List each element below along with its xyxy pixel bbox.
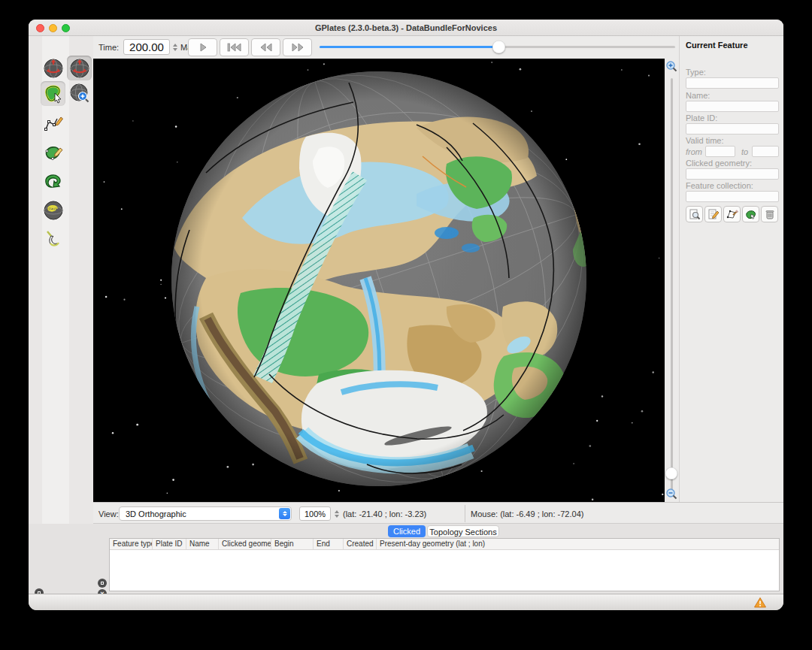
mouse-coordinates: Mouse: (lat: -6.49 ; lon: -72.04) bbox=[471, 509, 583, 518]
type-label: Type: bbox=[686, 68, 706, 77]
current-feature-panel: Current Feature Type: Name: Plate ID: Va… bbox=[679, 36, 783, 502]
feature-collection-label: Feature collection: bbox=[686, 181, 753, 190]
zoom-percent-stepper[interactable] bbox=[332, 507, 341, 521]
feature-collection-field[interactable] bbox=[686, 191, 779, 202]
col-begin[interactable]: Begin bbox=[271, 539, 314, 549]
col-plate-id[interactable]: Plate ID bbox=[153, 539, 186, 549]
query-feature-icon bbox=[689, 209, 701, 220]
viewbar-separator bbox=[465, 505, 465, 522]
move-geometry-icon bbox=[42, 171, 65, 193]
time-stepper[interactable] bbox=[171, 41, 179, 54]
seek-start-icon bbox=[226, 43, 244, 52]
edit-feature-button[interactable] bbox=[704, 206, 722, 222]
digitise-polyline-icon bbox=[42, 113, 65, 135]
tab-topology-sections[interactable]: Topology Sections bbox=[427, 525, 499, 537]
seek-start-button[interactable] bbox=[220, 38, 249, 56]
camera-coordinates: (lat: -21.40 ; lon: -3.23) bbox=[343, 509, 426, 518]
digitise-polygon-tool-button[interactable] bbox=[41, 141, 65, 165]
float-icon bbox=[101, 582, 104, 585]
window-title: GPlates (2.3.0-beta.3) - DataBundleForNo… bbox=[29, 23, 783, 32]
col-feature-type[interactable]: Feature type bbox=[110, 539, 153, 549]
col-end[interactable]: End bbox=[314, 539, 344, 549]
projection-value: 3D Orthographic bbox=[126, 509, 186, 518]
drag-globe-tool-button[interactable] bbox=[41, 56, 65, 80]
drag-globe-icon bbox=[42, 57, 65, 80]
title-bar: GPlates (2.3.0-beta.3) - DataBundleForNo… bbox=[29, 20, 783, 36]
col-present-day-geometry[interactable]: Present-day geometry (lat ; lon) bbox=[377, 539, 779, 549]
time-slider-handle[interactable] bbox=[492, 41, 505, 53]
tab-clicked[interactable]: Clicked bbox=[388, 525, 426, 537]
clicked-geometry-label: Clicked geometry: bbox=[686, 159, 752, 168]
digitise-polyline-tool-button[interactable] bbox=[41, 111, 65, 136]
move-geometry-tool-button[interactable] bbox=[41, 169, 65, 194]
drag-globe-selected-icon bbox=[68, 57, 91, 80]
zoom-out-magnifier-icon[interactable] bbox=[665, 488, 678, 500]
split-feature-tool-button[interactable] bbox=[41, 226, 65, 251]
zoom-globe-icon bbox=[68, 83, 91, 105]
name-field[interactable] bbox=[686, 101, 779, 112]
current-feature-heading: Current Feature bbox=[686, 41, 748, 50]
play-button[interactable] bbox=[188, 38, 217, 56]
zoom-percent-input[interactable] bbox=[299, 506, 331, 521]
view-bar: View: 3D Orthographic (lat: -21.40 ; lon… bbox=[93, 502, 783, 524]
time-label: Time: bbox=[98, 43, 119, 52]
time-input[interactable] bbox=[123, 39, 170, 55]
globe-3d-orthographic-view bbox=[93, 59, 665, 502]
col-name[interactable]: Name bbox=[186, 539, 219, 549]
globe-canvas[interactable] bbox=[93, 59, 665, 502]
zoom-globe-tool-button[interactable] bbox=[67, 81, 92, 106]
choose-feature-tool-button[interactable] bbox=[41, 81, 65, 106]
delete-feature-icon bbox=[764, 209, 776, 220]
view-label: View: bbox=[98, 509, 119, 518]
projection-dropdown[interactable]: 3D Orthographic bbox=[119, 506, 292, 521]
valid-time-label: Valid time: bbox=[686, 136, 724, 145]
digitise-polygon-icon bbox=[42, 142, 65, 165]
float-table-button[interactable] bbox=[98, 579, 107, 588]
choose-feature-icon bbox=[42, 83, 65, 105]
clone-feature-icon bbox=[745, 209, 757, 220]
play-icon bbox=[195, 43, 211, 52]
gplates-window: GPlates (2.3.0-beta.3) - DataBundleForNo… bbox=[29, 20, 783, 610]
step-forward-icon bbox=[289, 43, 307, 52]
col-clicked-geometry[interactable]: Clicked geometry bbox=[219, 539, 271, 549]
to-label: to bbox=[741, 147, 748, 156]
zoom-slider-handle[interactable] bbox=[665, 467, 677, 479]
modify-geometry-icon bbox=[726, 209, 738, 220]
step-forward-button[interactable] bbox=[283, 38, 312, 56]
delete-feature-button[interactable] bbox=[761, 206, 778, 222]
clicked-geometry-field[interactable] bbox=[686, 168, 779, 180]
zoom-slider-strip bbox=[665, 59, 679, 502]
status-bar bbox=[29, 594, 783, 610]
step-back-icon bbox=[257, 43, 275, 52]
query-feature-button[interactable] bbox=[686, 206, 703, 222]
name-label: Name: bbox=[686, 91, 710, 100]
valid-time-to-field[interactable] bbox=[752, 146, 779, 157]
table-header-row: Feature type Plate ID Name Clicked geome… bbox=[110, 539, 779, 550]
canvas-tools-toolbar bbox=[29, 36, 93, 594]
drag-globe-selected-tool-button[interactable] bbox=[67, 56, 92, 80]
read-errors-warning-icon[interactable] bbox=[753, 597, 767, 609]
col-created[interactable]: Created bbox=[344, 539, 377, 549]
step-back-button[interactable] bbox=[251, 38, 280, 56]
split-feature-icon bbox=[42, 228, 65, 250]
edit-feature-icon bbox=[707, 209, 720, 220]
clicked-feature-dock: Clicked Topology Sections Feature type P… bbox=[29, 524, 783, 594]
dropdown-stepper-icon bbox=[279, 508, 290, 519]
time-slider-fill bbox=[320, 46, 498, 48]
plate-id-field[interactable] bbox=[686, 123, 779, 135]
zoom-slider-track[interactable] bbox=[671, 78, 673, 491]
plate-id-label: Plate ID: bbox=[686, 113, 717, 122]
type-field[interactable] bbox=[686, 77, 779, 89]
clicked-features-table[interactable]: Feature type Plate ID Name Clicked geome… bbox=[109, 538, 780, 591]
modify-geometry-button[interactable] bbox=[723, 206, 741, 222]
build-topology-icon bbox=[42, 199, 65, 222]
valid-time-from-field[interactable] bbox=[705, 146, 735, 157]
zoom-in-magnifier-icon[interactable] bbox=[665, 60, 678, 73]
from-label: from bbox=[686, 147, 702, 156]
build-topology-tool-button[interactable] bbox=[41, 198, 65, 222]
clone-feature-button[interactable] bbox=[742, 206, 759, 222]
